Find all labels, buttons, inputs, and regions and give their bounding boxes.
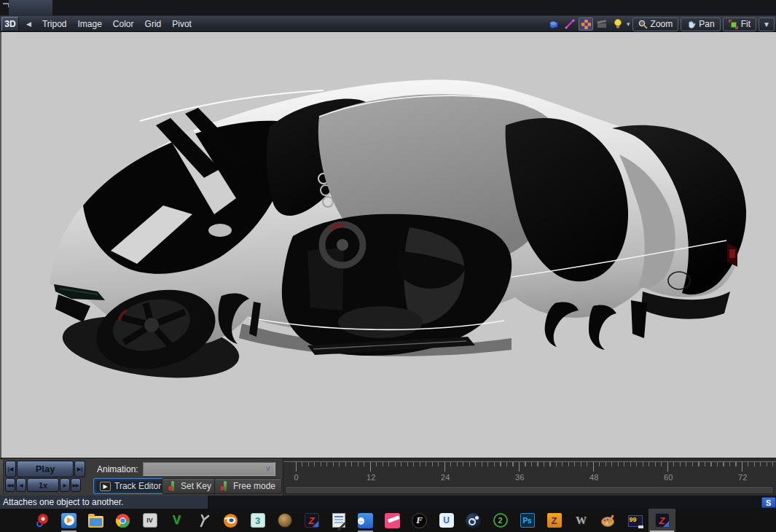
title-tab[interactable] [9, 0, 52, 16]
timeline-label: 24 [441, 473, 450, 482]
taskbar-icon-teamviewer[interactable]: ⇔ [352, 509, 379, 532]
status-message: Attaches one object to another. [3, 496, 123, 509]
fit-button[interactable]: Fit [723, 17, 756, 31]
folder-icon [88, 516, 103, 528]
free-mode-icon [221, 481, 230, 491]
taskbar-icon-v-app[interactable]: V [163, 509, 190, 532]
taskbar-icon-uplay[interactable]: U [433, 509, 460, 532]
w-serif-icon: W [573, 512, 589, 528]
clapperboard-icon[interactable] [595, 17, 609, 31]
document-pen-icon [332, 513, 345, 528]
lightbulb-caret-icon[interactable]: ▾ [627, 20, 630, 28]
iv-app-icon: IV [143, 513, 157, 528]
toolbar-overflow-button[interactable]: ▼ [759, 17, 775, 31]
step-forward-button[interactable]: ▶ [60, 478, 70, 492]
hand-icon [686, 20, 696, 29]
pink-f-icon [385, 513, 400, 528]
free-mode-button[interactable]: Free mode [214, 478, 282, 494]
menu-tripod[interactable]: Tripod [42, 19, 67, 29]
taskbar-icon-paint-app[interactable] [595, 509, 622, 532]
blender-icon [223, 512, 239, 528]
zoom-button[interactable]: Zoom [632, 17, 679, 31]
taskbar-icon-forza[interactable]: F [406, 509, 433, 532]
set-key-button[interactable]: Set Key [162, 478, 218, 494]
wireframe-pen-icon[interactable] [563, 17, 577, 31]
taskbar-icon-file-explorer[interactable] [82, 509, 109, 532]
view-mode-3d-button[interactable]: 3D [1, 17, 19, 31]
transport-controls: |◀ Play ▶| ◀◀ ◀ 1x ▶ ▶▶ [5, 461, 87, 494]
media-player-icon [61, 513, 77, 528]
taskbar-icon-document-editor[interactable] [325, 509, 352, 532]
taskbar-icon-99-app[interactable]: 99 [622, 509, 648, 532]
menu-color[interactable]: Color [113, 19, 134, 29]
99-monitor-icon: 99 [628, 515, 643, 527]
3ds-max-icon: 3 [251, 513, 265, 528]
statusbar: Attaches one object to another. S [0, 496, 776, 509]
menu-back-arrow-icon[interactable]: ◀ [26, 20, 31, 28]
shaded-view-icon[interactable] [546, 17, 561, 31]
menu-image[interactable]: Image [78, 19, 102, 29]
taskbar-icon-wishbone-app[interactable] [190, 509, 217, 532]
status-right-button[interactable]: S [761, 497, 776, 508]
taskbar-icon-photoshop[interactable]: Ps [514, 509, 541, 532]
zmodeler-icon: Z [655, 513, 670, 528]
animation-panel: |◀ Play ▶| ◀◀ ◀ 1x ▶ ▶▶ Animation: ∨ ▶ T… [0, 458, 776, 496]
timeline-label: 0 [294, 473, 299, 482]
taskbar-icon-zbrush[interactable]: Z [541, 509, 568, 532]
step-back-button[interactable]: ◀ [16, 478, 26, 492]
taskbar-icon-steam[interactable] [460, 509, 487, 532]
taskbar-icon-audio-recorder[interactable] [28, 509, 55, 532]
animation-select[interactable]: ∨ [143, 462, 275, 476]
photoshop-icon: Ps [520, 513, 535, 528]
taskbar-icon-blender[interactable] [217, 509, 244, 532]
pan-button[interactable]: Pan [681, 17, 720, 31]
menu-grid[interactable]: Grid [145, 19, 162, 29]
fit-frame-icon [729, 20, 738, 29]
viewport-3d[interactable] [0, 32, 776, 458]
green-2-icon: 2 [493, 513, 508, 528]
teamviewer-icon: ⇔ [358, 513, 373, 528]
timeline-scrollbar-thumb[interactable] [286, 487, 773, 493]
timeline-label: 48 [589, 473, 598, 482]
menubar: 3D ◀ Tripod Image Color Grid Pivot ▾ Zoo… [0, 16, 776, 32]
taskbar-icon-coin-app[interactable] [271, 509, 298, 532]
chrome-icon [115, 512, 131, 528]
fast-forward-button[interactable]: ▶▶ [71, 478, 81, 492]
playback-speed-button[interactable]: 1x [27, 478, 59, 492]
timeline[interactable]: 0 12 24 36 48 60 72 [283, 458, 776, 496]
taskbar-icon-windows-start[interactable] [1, 509, 28, 532]
texture-view-icon[interactable] [579, 17, 593, 31]
chevron-down-icon: ∨ [265, 463, 271, 473]
track-editor-button[interactable]: ▶ Track Editor [93, 478, 168, 494]
wishbone-icon [196, 512, 212, 528]
zmodeler-icon: Z [305, 513, 319, 528]
forza-icon: F [412, 513, 427, 528]
panel-grip[interactable] [0, 460, 4, 495]
timeline-label: 72 [738, 473, 747, 482]
taskbar-icon-pink-f-app[interactable] [379, 509, 406, 532]
taskbar-icon-w-app[interactable]: W [568, 509, 595, 532]
zbrush-icon: Z [547, 513, 562, 528]
v-green-icon: V [169, 512, 185, 528]
car-model-render[interactable] [1, 32, 776, 458]
taskbar-icon-zmodeler[interactable]: Z [298, 509, 325, 532]
magnifier-icon [638, 20, 648, 29]
taskbar-icon-iv-app[interactable]: IV [136, 509, 163, 532]
audio-recorder-icon [34, 512, 50, 528]
taskbar-icon-3ds-max[interactable]: 3 [244, 509, 271, 532]
taskbar-icon-media-player[interactable] [55, 509, 82, 532]
taskbar-icon-zmodeler-active[interactable]: Z [648, 509, 675, 532]
animation-label: Animation: [97, 464, 138, 474]
timeline-ruler[interactable]: 0 12 24 36 48 60 72 [283, 461, 776, 482]
menu-pivot[interactable]: Pivot [172, 19, 192, 29]
rewind-button[interactable]: ◀◀ [5, 478, 15, 492]
timeline-label: 36 [515, 473, 524, 482]
play-button[interactable]: Play [17, 461, 74, 477]
set-key-icon [168, 481, 177, 491]
go-last-button[interactable]: ▶| [74, 461, 85, 477]
timeline-scrollbar[interactable] [285, 486, 774, 494]
go-first-button[interactable]: |◀ [5, 461, 16, 477]
lightbulb-icon[interactable] [611, 17, 625, 31]
taskbar-icon-green-2-app[interactable]: 2 [487, 509, 514, 532]
taskbar-icon-chrome[interactable] [109, 509, 136, 532]
